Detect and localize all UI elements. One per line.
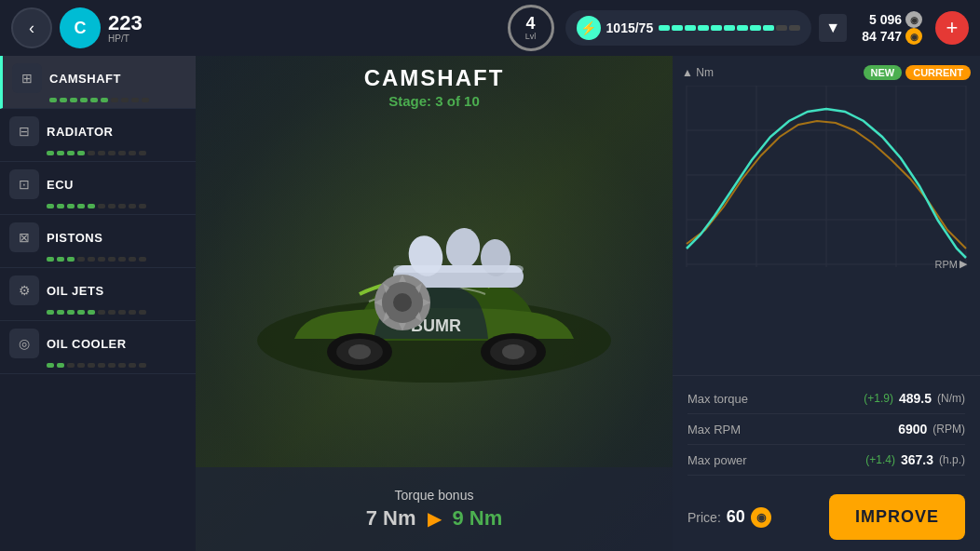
oil-jets-progress [9, 310, 186, 315]
gold-currency-row: 84 747 ◉ [862, 28, 922, 45]
ecu-progress [9, 204, 186, 208]
player-badge: C [60, 7, 101, 48]
pip-2 [672, 25, 683, 31]
header: ‹ C 223 HP/T 4 Lvl ⚡ 1015/75 ▼ 5 096 [0, 0, 980, 56]
power-stat-label: Max power [687, 453, 747, 467]
pip-7 [737, 25, 748, 31]
pip-10 [776, 25, 787, 31]
sidebar-item-oil-jets[interactable]: ⚙ OIL JETS [0, 268, 196, 321]
pistons-icon: ⊠ [9, 222, 39, 252]
part-stage: Stage: 3 of 10 [196, 93, 673, 109]
action-bar: Price: 60 ◉ IMPROVE [673, 483, 980, 551]
power-value: 367.3 [901, 452, 933, 467]
silver-value: 5 096 [869, 12, 902, 27]
svg-point-10 [442, 226, 483, 273]
sidebar: ⊞ CAMSHAFT ⊟ RADIATOR [0, 56, 196, 551]
radiator-icon: ⊟ [9, 116, 39, 146]
pistons-progress [9, 257, 186, 262]
pip-1 [659, 25, 670, 31]
camshaft-progress [12, 98, 186, 102]
chart-svg [682, 86, 971, 267]
torque-stat-label: Max torque [687, 392, 748, 406]
sidebar-item-ecu[interactable]: ⊡ ECU [0, 162, 196, 215]
sidebar-item-pistons[interactable]: ⊠ PISTONS [0, 215, 196, 268]
torque-arrow-icon: ▶ [428, 507, 442, 530]
chart-rpm-label: RPM ▶ [935, 258, 967, 270]
pistons-label: PISTONS [47, 231, 102, 245]
gold-coin-icon: ◉ [905, 28, 922, 45]
price-label: Price: [687, 510, 721, 525]
camshaft-part-overlay [374, 202, 542, 355]
torque-value: 489.5 [899, 391, 932, 406]
rpm-unit: (RPM) [932, 423, 965, 436]
oil-cooler-icon: ◎ [9, 329, 39, 358]
level-label: Lvl [525, 32, 537, 41]
pip-8 [750, 25, 761, 31]
chart-header: ▲ Nm NEW CURRENT [682, 65, 971, 80]
back-button[interactable]: ‹ [11, 7, 52, 48]
sidebar-item-radiator[interactable]: ⊟ RADIATOR [0, 109, 196, 162]
camshaft-label: CAMSHAFT [49, 72, 121, 86]
part-title-area: CAMSHAFT Stage: 3 of 10 [196, 65, 673, 109]
oil-jets-label: OIL JETS [47, 284, 104, 298]
chart-badges: NEW CURRENT [864, 65, 971, 80]
chart-area: ▲ Nm NEW CURRENT [673, 56, 980, 376]
hp-display: 223 HP/T [108, 13, 143, 44]
torque-delta: (+1.9) [864, 392, 893, 405]
power-unit: (h.p.) [939, 453, 965, 466]
torque-stat-values: (+1.9) 489.5 (N/m) [864, 391, 965, 406]
main-area: CAMSHAFT Stage: 3 of 10 [196, 56, 673, 551]
rpm-value: 6900 [898, 422, 927, 437]
level-badge: 4 Lvl [508, 5, 554, 51]
price-section: Price: 60 ◉ [687, 507, 771, 528]
stat-row-torque: Max torque (+1.9) 489.5 (N/m) [687, 383, 965, 414]
torque-old: 7 Nm [366, 506, 416, 531]
pip-4 [698, 25, 709, 31]
pip-5 [711, 25, 722, 31]
energy-value: 1015/75 [606, 20, 654, 35]
energy-icon: ⚡ [577, 16, 601, 40]
ecu-icon: ⊡ [9, 169, 39, 199]
pip-9 [763, 25, 774, 31]
rpm-stat-label: Max RPM [687, 423, 741, 437]
torque-label: Torque bonus [395, 488, 474, 503]
price-value: 60 [727, 507, 745, 527]
sidebar-item-oil-cooler[interactable]: ◎ OIL COOLER [0, 321, 196, 374]
silver-coin-icon: ◉ [905, 11, 922, 28]
energy-bar [659, 25, 800, 31]
price-coin-icon: ◉ [751, 507, 771, 528]
badge-current: CURRENT [905, 65, 971, 80]
torque-new: 9 Nm [453, 506, 503, 531]
pip-3 [685, 25, 696, 31]
energy-section: ⚡ 1015/75 [565, 10, 812, 46]
right-panel: ▲ Nm NEW CURRENT [673, 56, 980, 551]
improve-button[interactable]: IMPROVE [829, 494, 965, 540]
energy-dropdown[interactable]: ▼ [819, 14, 847, 42]
camshaft-svg [374, 202, 542, 351]
oil-jets-icon: ⚙ [9, 276, 39, 305]
rpm-stat-values: 6900 (RPM) [898, 422, 965, 437]
torque-values: 7 Nm ▶ 9 Nm [366, 506, 503, 531]
currency-section: 5 096 ◉ 84 747 ◉ [862, 11, 922, 45]
hp-label: HP/T [108, 34, 129, 44]
pip-11 [789, 25, 800, 31]
svg-point-3 [348, 344, 371, 359]
ecu-label: ECU [47, 178, 74, 192]
add-currency-button[interactable]: + [935, 11, 969, 45]
level-number: 4 [526, 15, 536, 32]
torque-unit: (N/m) [937, 392, 965, 405]
torque-chart: RPM ▶ [682, 86, 971, 272]
stats-area: Max torque (+1.9) 489.5 (N/m) Max RPM 69… [673, 376, 980, 483]
oil-cooler-progress [9, 363, 186, 368]
pip-6 [724, 25, 735, 31]
stat-row-rpm: Max RPM 6900 (RPM) [687, 414, 965, 445]
badge-new: NEW [864, 65, 903, 80]
radiator-progress [9, 151, 186, 155]
sidebar-item-camshaft[interactable]: ⊞ CAMSHAFT [0, 56, 196, 109]
oil-cooler-label: OIL COOLER [47, 337, 127, 351]
hp-value: 223 [108, 13, 143, 34]
sidebar-item-camshaft-header: ⊞ CAMSHAFT [12, 63, 186, 93]
camshaft-icon: ⊞ [12, 63, 42, 93]
stat-row-power: Max power (+1.4) 367.3 (h.p.) [687, 445, 965, 476]
part-title: CAMSHAFT [196, 65, 673, 91]
